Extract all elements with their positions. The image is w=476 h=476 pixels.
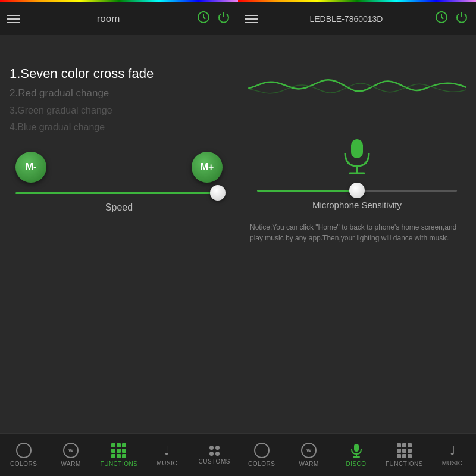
nav-item-disco-right[interactable]: DISCO <box>339 443 374 467</box>
colors-nav-label-right: COLORS <box>248 461 275 467</box>
microphone-icon <box>339 136 375 178</box>
colors-nav-icon-left <box>16 443 32 458</box>
left-content: 1.Seven color cross fade 2.Red gradual c… <box>0 35 238 433</box>
mode-item-2[interactable]: 2.Red gradual change <box>10 86 228 101</box>
nav-item-colors-right[interactable]: COLORS <box>244 443 280 467</box>
functions-nav-label-left: FUNCTIONS <box>101 461 138 467</box>
svg-rect-2 <box>351 139 363 158</box>
functions-nav-label-right: FUNCTIONS <box>386 461 423 467</box>
right-title: LEDBLE-7860013D <box>264 14 428 24</box>
right-bottom-nav: COLORS W WARM DISCO FUNCTIONS <box>238 433 476 476</box>
functions-nav-icon-left <box>111 443 126 458</box>
functions-nav-icon-right <box>397 443 412 458</box>
mode-item-1[interactable]: 1.Seven color cross fade <box>10 65 228 83</box>
colors-nav-label-left: COLORS <box>10 461 37 467</box>
right-content: Microphone Sensitivity Notice:You can cl… <box>238 35 476 433</box>
clock-icon-left[interactable] <box>196 10 211 27</box>
speed-slider-track[interactable] <box>15 192 223 194</box>
music-nav-label-left: MUSIC <box>156 460 177 466</box>
waveform-svg <box>248 65 466 112</box>
nav-item-warm-right[interactable]: W WARM <box>291 443 327 467</box>
warm-nav-label-right: WARM <box>299 461 318 467</box>
power-icon-left[interactable] <box>217 10 231 27</box>
mode-item-4[interactable]: 4.Blue gradual change <box>10 121 228 134</box>
left-header: room <box>0 2 238 35</box>
svg-rect-5 <box>354 444 359 452</box>
right-header: LEDBLE-7860013D <box>238 2 476 35</box>
disco-nav-label-right: DISCO <box>346 461 366 467</box>
waveform-area <box>248 53 466 124</box>
clock-icon-right[interactable] <box>434 10 449 28</box>
menu-icon-left[interactable] <box>7 15 20 23</box>
music-nav-label-right: MUSIC <box>442 460 463 466</box>
nav-item-music-right[interactable]: ♩ MUSIC <box>434 443 470 466</box>
sensitivity-slider-track[interactable] <box>257 190 457 192</box>
nav-item-music-left[interactable]: ♩ MUSIC <box>149 443 185 466</box>
disco-nav-icon-right <box>350 443 363 458</box>
customs-nav-icon-left <box>209 446 220 456</box>
m-minus-button[interactable]: M- <box>15 152 46 183</box>
speed-slider-thumb[interactable] <box>210 185 226 201</box>
nav-item-colors-left[interactable]: COLORS <box>6 443 42 467</box>
left-title: room <box>26 13 190 25</box>
mode-list: 1.Seven color cross fade 2.Red gradual c… <box>10 65 228 134</box>
warm-nav-icon-left: W <box>63 443 79 458</box>
nav-item-functions-left[interactable]: FUNCTIONS <box>101 443 138 467</box>
notice-text: Notice:You can click "Home" to back to p… <box>248 222 466 243</box>
m-plus-button[interactable]: M+ <box>192 152 223 183</box>
music-nav-icon-left: ♩ <box>164 443 170 458</box>
nav-item-functions-right[interactable]: FUNCTIONS <box>386 443 423 467</box>
warm-nav-icon-right: W <box>301 443 317 458</box>
nav-item-customs-left[interactable]: CUSTOMS <box>196 446 232 465</box>
sensitivity-slider-thumb[interactable] <box>349 183 365 198</box>
left-panel: room 1.Seven color cross fade 2.Red grad… <box>0 0 238 476</box>
speed-label: Speed <box>15 202 223 213</box>
mode-controls: M- M+ <box>10 152 228 183</box>
customs-nav-label-left: CUSTOMS <box>199 458 230 465</box>
right-panel: LEDBLE-7860013D <box>238 0 476 476</box>
menu-icon-right[interactable] <box>245 15 258 23</box>
power-icon-right[interactable] <box>455 10 469 28</box>
mode-item-3[interactable]: 3.Green gradual change <box>10 104 228 117</box>
colors-nav-icon-right <box>254 443 270 458</box>
sensitivity-slider-container: Microphone Sensitivity <box>248 190 466 210</box>
music-nav-icon-right: ♩ <box>450 443 455 458</box>
nav-item-warm-left[interactable]: W WARM <box>53 443 89 467</box>
left-bottom-nav: COLORS W WARM FUNCTIONS ♩ MUSIC <box>0 433 238 476</box>
sensitivity-label: Microphone Sensitivity <box>257 200 457 210</box>
speed-slider-container: Speed <box>10 192 228 213</box>
mic-container <box>248 136 466 178</box>
warm-nav-label-left: WARM <box>61 461 80 467</box>
